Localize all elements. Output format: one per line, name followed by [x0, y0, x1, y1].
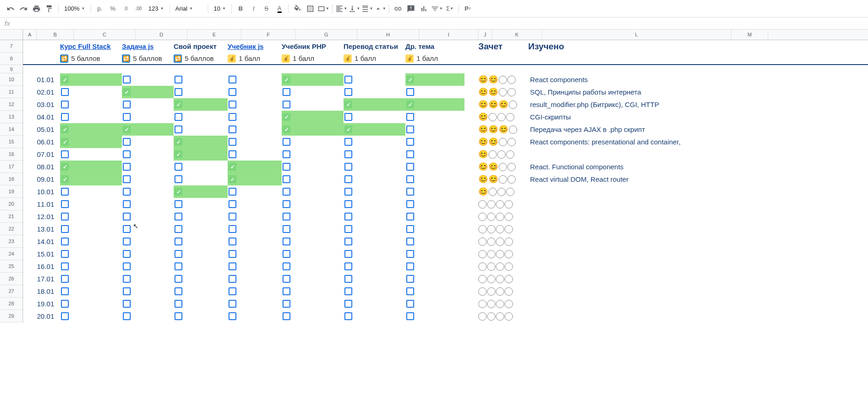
- checkbox-cell[interactable]: [60, 248, 122, 260]
- checkbox-cell[interactable]: [122, 273, 174, 285]
- checkbox-unchecked-icon[interactable]: [123, 175, 131, 183]
- row-header-10[interactable]: 10: [0, 73, 23, 86]
- checkbox-cell[interactable]: [122, 73, 174, 86]
- print-button[interactable]: [30, 3, 42, 15]
- row-header-28[interactable]: 28: [0, 298, 23, 310]
- checkbox-unchecked-icon[interactable]: [175, 125, 182, 133]
- checkbox-unchecked-icon[interactable]: [283, 200, 290, 208]
- checkbox-unchecked-icon[interactable]: [123, 250, 131, 258]
- checkbox-cell[interactable]: [344, 210, 405, 223]
- checkbox-unchecked-icon[interactable]: [123, 262, 131, 270]
- currency-ruble-button[interactable]: р.: [94, 3, 106, 15]
- checkbox-unchecked-icon[interactable]: [229, 88, 236, 96]
- valign-button[interactable]: ▼: [348, 3, 360, 15]
- checkbox-cell[interactable]: [405, 86, 464, 98]
- checkbox-cell[interactable]: [60, 111, 122, 123]
- checkbox-unchecked-icon[interactable]: [61, 262, 69, 270]
- checkbox-unchecked-icon[interactable]: [61, 213, 69, 220]
- checkbox-unchecked-icon[interactable]: [175, 225, 182, 233]
- checkbox-checked-icon[interactable]: [406, 101, 414, 108]
- checkbox-checked-icon[interactable]: [344, 101, 352, 108]
- checkbox-cell[interactable]: [228, 98, 282, 111]
- checkbox-unchecked-icon[interactable]: [175, 88, 182, 96]
- checkbox-cell[interactable]: [228, 123, 282, 136]
- checkbox-checked-icon[interactable]: [283, 113, 290, 121]
- checkbox-cell[interactable]: [122, 310, 174, 322]
- checkbox-cell[interactable]: [174, 310, 228, 322]
- checkbox-cell[interactable]: [60, 223, 122, 235]
- checkbox-unchecked-icon[interactable]: [123, 163, 131, 171]
- checkbox-unchecked-icon[interactable]: [283, 250, 290, 258]
- checkbox-cell[interactable]: [174, 298, 228, 310]
- checkbox-cell[interactable]: [60, 298, 122, 310]
- checkbox-cell[interactable]: [60, 123, 122, 136]
- checkbox-cell[interactable]: [405, 123, 464, 136]
- checkbox-checked-icon[interactable]: [344, 125, 352, 133]
- checkbox-unchecked-icon[interactable]: [406, 300, 414, 308]
- checkbox-cell[interactable]: [228, 173, 282, 185]
- checkbox-cell[interactable]: [405, 223, 464, 235]
- comment-button[interactable]: [405, 3, 417, 15]
- checkbox-cell[interactable]: [174, 210, 228, 223]
- font-size-select[interactable]: 10▼: [211, 3, 229, 15]
- checkbox-unchecked-icon[interactable]: [123, 225, 131, 233]
- column-header-C[interactable]: C: [74, 30, 136, 40]
- checkbox-unchecked-icon[interactable]: [344, 225, 352, 233]
- checkbox-cell[interactable]: [405, 298, 464, 310]
- checkbox-unchecked-icon[interactable]: [283, 238, 290, 245]
- checkbox-cell[interactable]: [174, 98, 228, 111]
- checkbox-unchecked-icon[interactable]: [406, 88, 414, 96]
- checkbox-cell[interactable]: [122, 111, 174, 123]
- cells-area[interactable]: Курс Full StackЗадача jsСвой проектУчебн…: [23, 40, 868, 322]
- row-header-20[interactable]: 20: [0, 198, 23, 210]
- checkbox-unchecked-icon[interactable]: [175, 287, 182, 295]
- column-header-H[interactable]: H: [357, 30, 419, 40]
- ruble-button[interactable]: РУ: [462, 3, 474, 15]
- format-select[interactable]: 123▼: [145, 3, 167, 15]
- row-header-23[interactable]: 23: [0, 235, 23, 248]
- checkbox-unchecked-icon[interactable]: [229, 138, 236, 146]
- checkbox-unchecked-icon[interactable]: [406, 213, 414, 220]
- checkbox-cell[interactable]: [344, 161, 405, 173]
- checkbox-unchecked-icon[interactable]: [344, 287, 352, 295]
- checkbox-cell[interactable]: [282, 273, 344, 285]
- checkbox-unchecked-icon[interactable]: [61, 238, 69, 245]
- row-header-29[interactable]: 29: [0, 310, 23, 322]
- checkbox-cell[interactable]: [344, 185, 405, 198]
- row-header-25[interactable]: 25: [0, 260, 23, 273]
- checkbox-unchecked-icon[interactable]: [283, 88, 290, 96]
- checkbox-cell[interactable]: [405, 273, 464, 285]
- checkbox-cell[interactable]: [282, 235, 344, 248]
- checkbox-cell[interactable]: [228, 273, 282, 285]
- checkbox-unchecked-icon[interactable]: [344, 188, 352, 196]
- checkbox-cell[interactable]: [282, 98, 344, 111]
- checkbox-unchecked-icon[interactable]: [229, 250, 236, 258]
- checkbox-cell[interactable]: [405, 210, 464, 223]
- column-header-J[interactable]: J: [478, 30, 492, 40]
- checkbox-cell[interactable]: [122, 123, 174, 136]
- checkbox-unchecked-icon[interactable]: [283, 175, 290, 183]
- row-header-26[interactable]: 26: [0, 273, 23, 285]
- checkbox-cell[interactable]: [282, 111, 344, 123]
- checkbox-cell[interactable]: [282, 123, 344, 136]
- checkbox-cell[interactable]: [174, 173, 228, 185]
- checkbox-unchecked-icon[interactable]: [123, 312, 131, 320]
- checkbox-unchecked-icon[interactable]: [344, 138, 352, 146]
- checkbox-unchecked-icon[interactable]: [123, 138, 131, 146]
- checkbox-unchecked-icon[interactable]: [123, 213, 131, 220]
- column-header-D[interactable]: D: [136, 30, 187, 40]
- checkbox-cell[interactable]: [122, 161, 174, 173]
- checkbox-checked-icon[interactable]: [61, 76, 69, 83]
- checkbox-cell[interactable]: [344, 173, 405, 185]
- row-header-18[interactable]: 18: [0, 173, 23, 185]
- undo-button[interactable]: [5, 3, 17, 15]
- checkbox-unchecked-icon[interactable]: [344, 200, 352, 208]
- checkbox-cell[interactable]: [405, 111, 464, 123]
- checkbox-cell[interactable]: [405, 136, 464, 148]
- checkbox-unchecked-icon[interactable]: [283, 138, 290, 146]
- checkbox-checked-icon[interactable]: [61, 175, 69, 183]
- checkbox-cell[interactable]: [344, 235, 405, 248]
- checkbox-cell[interactable]: [60, 198, 122, 210]
- checkbox-unchecked-icon[interactable]: [406, 138, 414, 146]
- checkbox-checked-icon[interactable]: [229, 175, 236, 183]
